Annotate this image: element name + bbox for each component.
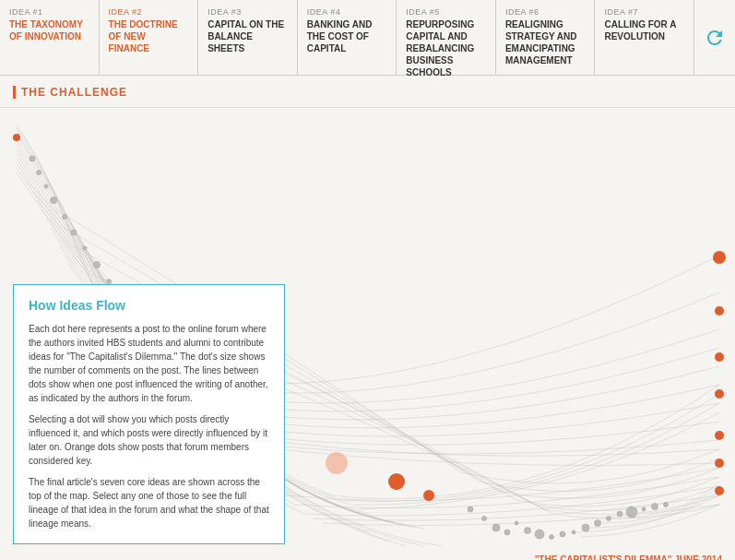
dot-endpoint[interactable] xyxy=(715,486,724,495)
top-navigation: IDEA #1 THE TAXONOMY OF INNOVATION IDEA … xyxy=(0,0,735,76)
idea7-num: IDEA #7 xyxy=(604,7,684,17)
dot[interactable] xyxy=(550,535,554,540)
idea5-num: IDEA #5 xyxy=(406,7,486,17)
dot-endpoint[interactable] xyxy=(715,389,724,399)
idea5-title: REPURPOSING CAPITAL AND REBALANCING BUSI… xyxy=(406,18,486,78)
idea1-num: IDEA #1 xyxy=(9,7,89,17)
dot[interactable] xyxy=(423,490,434,501)
dots-right-edge[interactable] xyxy=(713,251,726,495)
dot[interactable] xyxy=(83,246,87,250)
footer-text: "THE CAPITALIST'S DILEMMA" JUNE 2014 xyxy=(535,554,722,560)
dot[interactable] xyxy=(535,530,544,539)
idea3-num: IDEA #3 xyxy=(207,7,288,17)
idea7-title: CALLING FOR A REVOLUTION xyxy=(604,18,684,42)
dot[interactable] xyxy=(607,517,611,521)
dot[interactable] xyxy=(492,524,500,531)
dot-endpoint[interactable] xyxy=(715,431,724,440)
dot[interactable] xyxy=(595,520,601,527)
dot[interactable] xyxy=(107,280,112,284)
dot[interactable] xyxy=(468,506,473,512)
dot[interactable] xyxy=(44,185,48,188)
nav-item-idea5[interactable]: IDEA #5 REPURPOSING CAPITAL AND REBALANC… xyxy=(397,0,496,75)
challenge-label: THE CHALLENGE xyxy=(13,86,127,99)
idea4-num: IDEA #4 xyxy=(307,7,387,17)
dot[interactable] xyxy=(642,507,646,511)
main-content: .viz-line { stroke: #bbb; stroke-width: … xyxy=(0,108,735,560)
nav-item-idea7[interactable]: IDEA #7 CALLING FOR A REVOLUTION xyxy=(595,0,694,75)
refresh-icon xyxy=(704,27,726,49)
dot-endpoint[interactable] xyxy=(715,352,724,362)
info-box-title: How Ideas Flow xyxy=(29,298,269,313)
nav-item-idea2[interactable]: IDEA #2 THE DOCTRINE OF NEW FINANCE xyxy=(100,0,199,75)
idea2-num: IDEA #2 xyxy=(109,7,189,17)
nav-item-idea1[interactable]: IDEA #1 THE TAXONOMY OF INNOVATION xyxy=(0,0,100,75)
refresh-button[interactable] xyxy=(694,0,735,75)
dot[interactable] xyxy=(652,504,658,510)
idea6-title: REALIGNING STRATEGY AND EMANCIPATING MAN… xyxy=(505,18,586,66)
idea6-num: IDEA #6 xyxy=(505,7,586,17)
challenge-header: THE CHALLENGE xyxy=(0,76,735,108)
info-box-para2: Selecting a dot will show you which post… xyxy=(29,412,269,468)
info-box: How Ideas Flow Each dot here represents … xyxy=(13,284,285,544)
idea4-title: BANKING AND THE COST OF CAPITAL xyxy=(307,18,387,54)
nav-item-idea6[interactable]: IDEA #6 REALIGNING STRATEGY AND EMANCIPA… xyxy=(496,0,596,75)
dot[interactable] xyxy=(617,511,622,517)
info-box-para3: The final article's seven core ideas are… xyxy=(29,475,269,530)
dot[interactable] xyxy=(572,530,575,534)
idea3-title: CAPITAL ON THE BALANCE SHEETS xyxy=(207,18,288,54)
dot-endpoint[interactable] xyxy=(713,251,726,264)
footer-label: "THE CAPITALIST'S DILEMMA" JUNE 2014 xyxy=(535,554,722,560)
info-box-para1: Each dot here represents a post to the o… xyxy=(29,322,269,405)
idea2-title: THE DOCTRINE OF NEW FINANCE xyxy=(109,18,189,54)
dot[interactable] xyxy=(504,530,510,535)
dot[interactable] xyxy=(626,506,637,518)
dot[interactable] xyxy=(13,134,20,141)
nav-item-idea4[interactable]: IDEA #4 BANKING AND THE COST OF CAPITAL xyxy=(298,0,397,75)
dot-endpoint[interactable] xyxy=(715,459,724,468)
idea1-title: THE TAXONOMY OF INNOVATION xyxy=(9,18,89,42)
dot[interactable] xyxy=(94,262,101,268)
dot[interactable] xyxy=(30,156,35,161)
dot-endpoint[interactable] xyxy=(715,306,724,316)
dot[interactable] xyxy=(482,517,487,521)
dot[interactable] xyxy=(71,230,77,235)
dot[interactable] xyxy=(63,215,67,220)
dot[interactable] xyxy=(37,171,41,175)
dot[interactable] xyxy=(582,524,589,531)
nav-item-idea3[interactable]: IDEA #3 CAPITAL ON THE BALANCE SHEETS xyxy=(198,0,298,75)
dot[interactable] xyxy=(51,197,57,204)
dot[interactable] xyxy=(388,473,405,490)
dot-light[interactable] xyxy=(326,452,348,474)
dot[interactable] xyxy=(525,528,531,534)
dot[interactable] xyxy=(560,531,565,537)
dot[interactable] xyxy=(664,503,669,507)
dot[interactable] xyxy=(515,521,518,525)
